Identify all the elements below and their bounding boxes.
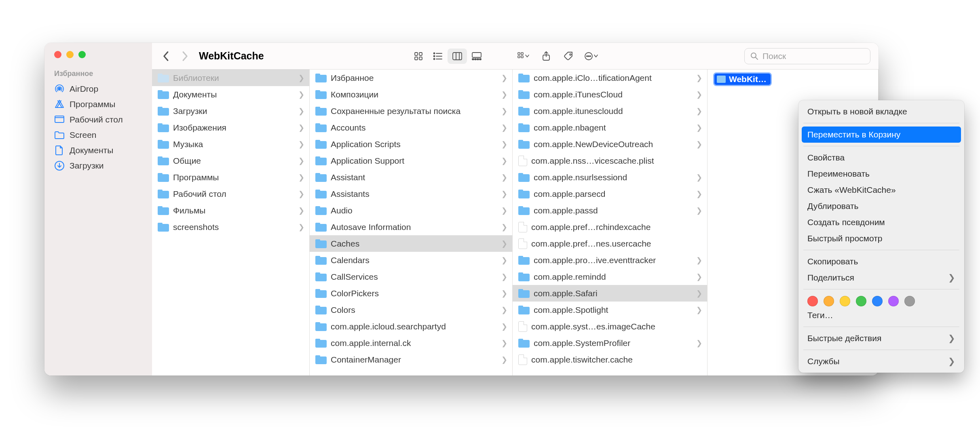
list-item[interactable]: Библиотеки❯	[152, 70, 309, 86]
zoom-icon[interactable]	[78, 51, 86, 58]
menu-item-share[interactable]: Поделиться ❯	[798, 270, 964, 286]
menu-item-quick-actions[interactable]: Быстрые действия ❯	[798, 330, 964, 346]
list-item[interactable]: ContainerManager❯	[310, 351, 512, 368]
sidebar-item[interactable]: Загрузки	[44, 158, 152, 173]
list-item[interactable]: Caches❯	[310, 235, 512, 252]
list-item[interactable]: com.apple.NewDeviceOutreach❯	[513, 136, 707, 152]
menu-item[interactable]: Открыть в новой вкладке	[798, 103, 964, 120]
list-item[interactable]: com.apple.nsurlsessiond❯	[513, 169, 707, 186]
tag-color[interactable]	[824, 296, 834, 306]
list-item[interactable]: Фильмы❯	[152, 202, 309, 219]
list-item[interactable]: Документы❯	[152, 86, 309, 103]
search-field[interactable]: Поиск	[744, 48, 870, 64]
tag-color[interactable]	[856, 296, 866, 306]
item-label: Calendars	[331, 255, 497, 265]
list-item[interactable]: Композиции❯	[310, 86, 512, 103]
sidebar-item[interactable]: Screen	[44, 127, 152, 143]
column-2[interactable]: Избранное❯Композиции❯Сохраненные результ…	[310, 70, 513, 375]
list-item[interactable]: com.apple.passd❯	[513, 202, 707, 219]
list-item[interactable]: com.apple.pro…ive.eventtracker❯	[513, 252, 707, 268]
chevron-right-icon: ❯	[696, 107, 702, 116]
view-list-button[interactable]	[428, 49, 448, 64]
share-button[interactable]	[538, 49, 554, 64]
list-item[interactable]: com.apple.nbagent❯	[513, 119, 707, 136]
list-item[interactable]: Audio❯	[310, 202, 512, 219]
list-item[interactable]: Загрузки❯	[152, 103, 309, 119]
list-item[interactable]: com.apple.iClo…tificationAgent❯	[513, 70, 707, 86]
menu-item[interactable]: Сжать «WebKitCache»	[798, 182, 964, 198]
menu-item[interactable]: Быстрый просмотр	[798, 230, 964, 247]
back-button[interactable]	[160, 50, 172, 62]
sidebar-item[interactable]: Программы	[44, 97, 152, 112]
list-item[interactable]: com.apple.nss…vicescache.plist	[513, 152, 707, 169]
view-gallery-button[interactable]	[467, 49, 486, 64]
list-item[interactable]: com.apple.iTunesCloud❯	[513, 86, 707, 103]
menu-item-trash[interactable]: Переместить в Корзину	[802, 127, 961, 143]
list-item[interactable]: Избранное❯	[310, 70, 512, 86]
more-button[interactable]	[583, 49, 600, 64]
list-item[interactable]: com.apple.icloud.searchpartyd❯	[310, 318, 512, 335]
list-item[interactable]: Autosave Information❯	[310, 219, 512, 235]
list-item[interactable]: com.apple.pref…rchindexcache	[513, 219, 707, 235]
list-item[interactable]: com.apple.syst…es.imageCache	[513, 318, 707, 335]
menu-item-tags[interactable]: Теги…	[798, 307, 964, 323]
file-icon	[518, 222, 527, 232]
chevron-right-icon: ❯	[298, 206, 304, 215]
folder-icon	[518, 107, 530, 116]
menu-item[interactable]: Скопировать	[798, 253, 964, 270]
forward-button[interactable]	[179, 50, 191, 62]
sidebar-item[interactable]: Рабочий стол	[44, 112, 152, 127]
list-item[interactable]: com.apple.tiswitcher.cache	[513, 351, 707, 368]
sidebar-item[interactable]: Документы	[44, 143, 152, 158]
list-item[interactable]: Application Support❯	[310, 152, 512, 169]
sidebar-item[interactable]: AirDrop	[44, 81, 152, 97]
list-item[interactable]: com.apple.Spotlight❯	[513, 302, 707, 318]
column-3[interactable]: com.apple.iClo…tificationAgent❯com.apple…	[513, 70, 708, 375]
tag-color[interactable]	[840, 296, 850, 306]
list-item[interactable]: Assistants❯	[310, 186, 512, 202]
list-item[interactable]: com.apple.Safari❯	[513, 285, 707, 302]
list-item[interactable]: Рабочий стол❯	[152, 186, 309, 202]
menu-item[interactable]: Свойства	[798, 150, 964, 166]
list-item[interactable]: Музыка❯	[152, 136, 309, 152]
view-icons-button[interactable]	[409, 49, 428, 64]
column-1[interactable]: Библиотеки❯Документы❯Загрузки❯Изображени…	[152, 70, 310, 375]
list-item[interactable]: com.apple.internal.ck❯	[310, 335, 512, 351]
list-item[interactable]: Application Scripts❯	[310, 136, 512, 152]
list-item[interactable]: Общие❯	[152, 152, 309, 169]
list-item[interactable]: com.apple.remindd❯	[513, 268, 707, 285]
minimize-icon[interactable]	[66, 51, 74, 58]
menu-item[interactable]: Дублировать	[798, 198, 964, 214]
list-item[interactable]: Calendars❯	[310, 252, 512, 268]
list-item[interactable]: Accounts❯	[310, 119, 512, 136]
list-item[interactable]: Программы❯	[152, 169, 309, 186]
list-item[interactable]: com.apple.pref…nes.usercache	[513, 235, 707, 252]
group-by-button[interactable]	[515, 49, 532, 64]
tags-button[interactable]	[561, 49, 577, 64]
view-columns-button[interactable]	[448, 49, 467, 64]
tag-color[interactable]	[807, 296, 818, 306]
list-item[interactable]: Изображения❯	[152, 119, 309, 136]
tag-color[interactable]	[872, 296, 883, 306]
list-item[interactable]: CallServices❯	[310, 268, 512, 285]
list-item[interactable]: com.apple.itunescloudd❯	[513, 103, 707, 119]
item-label: com.apple.internal.ck	[331, 338, 497, 348]
item-label: Загрузки	[173, 106, 294, 116]
close-icon[interactable]	[54, 51, 61, 58]
toolbar: WebKitCache	[152, 43, 879, 70]
menu-item-services[interactable]: Службы ❯	[798, 353, 964, 369]
list-item[interactable]: Сохраненные результаты поиска❯	[310, 103, 512, 119]
list-item[interactable]: com.apple.parsecd❯	[513, 186, 707, 202]
list-item[interactable]: WebKit…	[708, 70, 878, 86]
tag-color[interactable]	[888, 296, 899, 306]
tag-color[interactable]	[904, 296, 915, 306]
list-item[interactable]: com.apple.SystemProfiler❯	[513, 335, 707, 351]
menu-item[interactable]: Создать псевдоним	[798, 214, 964, 230]
sidebar: Избранное AirDropПрограммыРабочий столSc…	[44, 43, 152, 375]
list-item[interactable]: ColorPickers❯	[310, 285, 512, 302]
menu-item[interactable]: Переименовать	[798, 166, 964, 182]
list-item[interactable]: Colors❯	[310, 302, 512, 318]
list-item[interactable]: Assistant❯	[310, 169, 512, 186]
folder-icon	[158, 123, 169, 132]
list-item[interactable]: screenshots❯	[152, 219, 309, 235]
